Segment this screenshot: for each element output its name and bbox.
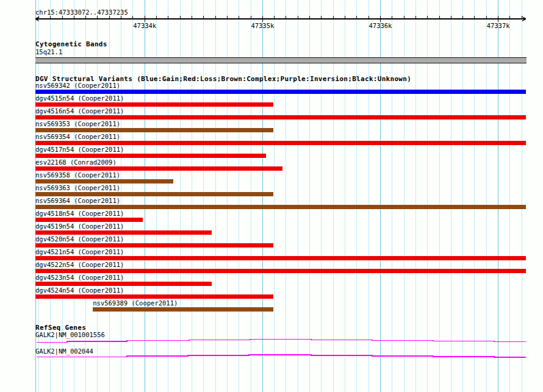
variant-label: dgv4516n54 (Cooper2011) bbox=[35, 108, 124, 115]
variant-bar[interactable] bbox=[35, 154, 266, 158]
variant-bar[interactable] bbox=[35, 243, 273, 248]
variant-bar[interactable] bbox=[35, 192, 273, 196]
ruler-tick-label: 47337k bbox=[480, 23, 517, 29]
variant-bar[interactable] bbox=[35, 179, 173, 184]
gene-label: GALK2|NM_002044 bbox=[35, 348, 93, 355]
variant-label: dgv4518n54 (Cooper2011) bbox=[35, 210, 124, 217]
genome-browser-view: chr15:47333072..47337235 47334k47335k473… bbox=[0, 0, 543, 392]
variant-label: nsv569354 (Cooper2011) bbox=[35, 134, 120, 140]
variant-label: dgv4515n54 (Cooper2011) bbox=[35, 95, 124, 102]
variant-bar[interactable] bbox=[35, 269, 526, 273]
section-title-refseq-genes: RefSeq Genes bbox=[35, 324, 86, 331]
section-title-cytogenetic-bands: Cytogenetic Bands bbox=[35, 41, 107, 48]
variant-label: dgv4517n54 (Cooper2011) bbox=[35, 146, 124, 153]
variant-label: dgv4524n54 (Cooper2011) bbox=[35, 287, 124, 294]
variant-bar[interactable] bbox=[35, 128, 273, 132]
variant-bar[interactable] bbox=[93, 307, 273, 312]
variant-bar[interactable] bbox=[35, 282, 212, 286]
variant-bar[interactable] bbox=[35, 102, 273, 107]
gene-line[interactable] bbox=[37, 355, 526, 357]
variant-bar[interactable] bbox=[35, 230, 212, 235]
variant-bar[interactable] bbox=[35, 90, 526, 94]
variant-label: nsv569353 (Cooper2011) bbox=[35, 121, 120, 127]
variant-bar[interactable] bbox=[35, 218, 143, 222]
variant-label: nsv569389 (Cooper2011) bbox=[93, 300, 178, 307]
gene-line[interactable] bbox=[37, 339, 526, 342]
variant-label: esv22168 (Conrad2009) bbox=[35, 159, 117, 166]
variant-bar[interactable] bbox=[35, 256, 526, 260]
variant-label: nsv569363 (Cooper2011) bbox=[35, 185, 120, 191]
region-coordinates-label: chr15:47333072..47337235 bbox=[35, 9, 128, 16]
variant-bar[interactable] bbox=[35, 115, 526, 119]
variant-label: dgv4521n54 (Cooper2011) bbox=[35, 249, 124, 255]
variant-label: dgv4523n54 (Cooper2011) bbox=[35, 274, 124, 281]
ruler-tick-label: 47335k bbox=[244, 23, 281, 29]
variant-label: dgv4522n54 (Cooper2011) bbox=[35, 262, 124, 268]
gene-label: GALK2|NM_001001556 bbox=[35, 332, 105, 338]
variant-bar[interactable] bbox=[35, 166, 282, 171]
ruler-tick-label: 47336k bbox=[362, 23, 398, 29]
variant-label: dgv4520n54 (Cooper2011) bbox=[35, 236, 124, 243]
variant-label: nsv569342 (Cooper2011) bbox=[35, 82, 120, 89]
variant-bar[interactable] bbox=[35, 141, 526, 145]
variant-label: nsv569364 (Cooper2011) bbox=[35, 198, 120, 204]
variant-label: nsv569358 (Cooper2011) bbox=[35, 172, 120, 179]
variant-bar[interactable] bbox=[35, 205, 526, 209]
variant-label: dgv4519n54 (Cooper2011) bbox=[35, 223, 124, 230]
cytoband-bar bbox=[35, 57, 527, 63]
variant-bar[interactable] bbox=[35, 294, 273, 299]
ruler-tick-label: 47334k bbox=[126, 23, 163, 29]
cytoband-label: 15q21.1 bbox=[35, 49, 62, 55]
